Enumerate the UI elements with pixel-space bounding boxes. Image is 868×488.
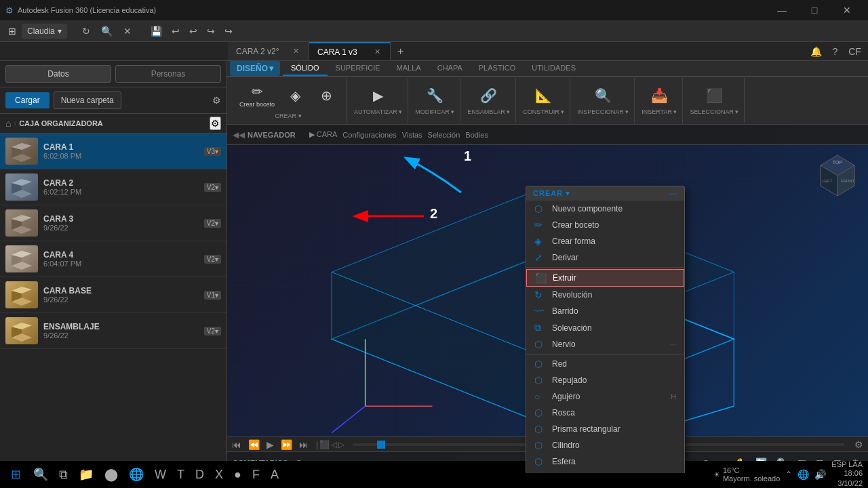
- file-version-cara-base[interactable]: V1▾: [204, 291, 221, 300]
- file-version-cara1[interactable]: V3▾: [204, 147, 221, 156]
- search-icon[interactable]: 🔍: [97, 23, 117, 39]
- cube-gizmo[interactable]: TOP LEFT FRONT: [814, 152, 861, 199]
- modificar-button[interactable]: 🔧: [420, 85, 450, 106]
- word-icon[interactable]: W: [151, 468, 170, 482]
- timeline-prev-btn[interactable]: ⏪: [246, 439, 262, 450]
- file-item-cara-base[interactable]: CARA BASE 9/26/22 V1▾: [0, 277, 226, 313]
- menu-item-prisma[interactable]: ⬡ Prisma rectangular: [526, 421, 684, 437]
- edge-icon[interactable]: 🌐: [125, 467, 148, 482]
- refresh-icon[interactable]: ↻: [78, 23, 94, 39]
- explorer-icon[interactable]: 📁: [75, 467, 98, 482]
- undo2-icon[interactable]: ↩: [185, 23, 201, 39]
- chrome2-icon[interactable]: ●: [230, 468, 245, 482]
- redo2-icon[interactable]: ↪: [220, 23, 237, 39]
- close-button[interactable]: ✕: [831, 0, 863, 20]
- excel-icon[interactable]: X: [211, 468, 227, 482]
- tab-cara1[interactable]: CARA 1 v3 ✕: [309, 42, 391, 60]
- menu-item-revolucion[interactable]: ↻ Revolución: [526, 287, 684, 303]
- menu-section-close-icon[interactable]: ···: [669, 190, 677, 198]
- minimize-button[interactable]: —: [766, 0, 797, 20]
- personas-button[interactable]: Personas: [115, 65, 221, 83]
- menu-item-solevacion[interactable]: ⧉ Solevación: [526, 319, 684, 336]
- file-version-cara3[interactable]: V2▾: [204, 219, 221, 228]
- save-icon[interactable]: 💾: [146, 23, 166, 39]
- user-avatar[interactable]: CF: [844, 43, 865, 60]
- network-icon[interactable]: 🌐: [797, 469, 809, 480]
- notifications-icon[interactable]: 🔔: [806, 43, 826, 60]
- settings-icon[interactable]: ⚙: [212, 95, 221, 106]
- breadcrumb-caja[interactable]: CAJA ORGANIZADORA: [19, 119, 103, 127]
- menu-item-extruir[interactable]: ⬛ Extruir: [526, 269, 684, 287]
- volume-icon[interactable]: 🔊: [814, 469, 826, 480]
- file-item-cara4[interactable]: CARA 4 6:04:07 PM V2▾: [0, 241, 226, 277]
- tab-cara2-close[interactable]: ✕: [292, 47, 300, 56]
- help-icon[interactable]: ?: [829, 43, 842, 60]
- file-version-cara4[interactable]: V2▾: [204, 255, 221, 264]
- datos-button[interactable]: Datos: [5, 65, 111, 83]
- menu-item-agujero[interactable]: ○ Agujero H: [526, 388, 684, 405]
- automatizar-button[interactable]: ▶: [363, 85, 393, 106]
- menu-item-repujado[interactable]: ⬡ Repujado: [526, 372, 684, 388]
- construir-button[interactable]: 📐: [529, 85, 559, 106]
- timeline-handle[interactable]: [377, 441, 385, 449]
- file-item-cara3[interactable]: CARA 3 9/26/22 V2▾: [0, 205, 226, 241]
- close-icon[interactable]: ✕: [119, 23, 136, 39]
- file-item-cara2[interactable]: CARA 2 6:02:12 PM V2▾: [0, 169, 226, 205]
- crear-dropdown-button[interactable]: ⊕: [311, 85, 341, 106]
- ribbon-tab-superficie[interactable]: SUPERFICIE: [328, 61, 389, 76]
- inspeccionar-button[interactable]: 🔍: [588, 85, 618, 106]
- nav-collapse-icon[interactable]: ◀◀: [233, 130, 245, 140]
- menu-item-esfera[interactable]: ⬡ Esfera: [526, 453, 684, 470]
- menu-item-nervio[interactable]: ⬡ Nervio ···: [526, 336, 684, 352]
- menu-item-cilindro[interactable]: ⬡ Cilindro: [526, 437, 684, 453]
- menu-item-nuevo-componente[interactable]: ⬡ Nuevo componente: [526, 201, 684, 217]
- ribbon-tab-solido[interactable]: SÓLIDO: [283, 61, 328, 76]
- fusion-icon[interactable]: F: [248, 468, 264, 482]
- breadcrumb-settings-icon[interactable]: ⚙: [210, 117, 221, 130]
- add-tab-button[interactable]: +: [391, 42, 410, 60]
- start-button[interactable]: ⊞: [5, 467, 26, 482]
- ribbon-tab-chapa[interactable]: CHAPA: [429, 61, 471, 76]
- discord-icon[interactable]: D: [191, 468, 208, 482]
- timeline-settings-icon[interactable]: ⚙: [852, 439, 865, 450]
- menu-item-crear-forma[interactable]: ◈ Crear forma: [526, 233, 684, 249]
- file-version-ensamblaje[interactable]: V2▾: [204, 327, 221, 336]
- maximize-button[interactable]: □: [799, 0, 830, 20]
- nueva-carpeta-button[interactable]: Nueva carpeta: [54, 92, 121, 109]
- sys-icons[interactable]: ⌃: [785, 470, 792, 479]
- search-taskbar-icon[interactable]: 🔍: [29, 467, 52, 482]
- menu-item-barrido[interactable]: 〰 Barrido: [526, 303, 684, 319]
- cargar-button[interactable]: Cargar: [5, 92, 50, 108]
- menu-item-toroide[interactable]: ⬡ Toroide: [526, 470, 684, 473]
- taskview-icon[interactable]: ⧉: [55, 468, 72, 482]
- menu-item-derivar[interactable]: ⤢ Derivar: [526, 249, 684, 266]
- timeline-start-btn[interactable]: ⏮: [230, 439, 243, 450]
- user-menu-button[interactable]: Claudia ▾: [22, 24, 67, 39]
- menu-item-red[interactable]: ⬡ Red: [526, 356, 684, 372]
- timeline-play-btn[interactable]: ▶: [264, 439, 276, 450]
- timeline-next-btn[interactable]: ⏩: [279, 439, 294, 450]
- ribbon-tab-malla[interactable]: MALLA: [389, 61, 429, 76]
- apps-icon[interactable]: ⊞: [8, 26, 16, 37]
- home-icon[interactable]: ⌂: [5, 118, 11, 129]
- file-version-cara2[interactable]: V2▾: [204, 183, 221, 192]
- timeline-end-btn[interactable]: ⏭: [297, 439, 311, 450]
- teams-icon[interactable]: T: [173, 468, 189, 482]
- app-icon-2[interactable]: A: [267, 468, 283, 482]
- seleccionar-button[interactable]: ⬛: [699, 85, 729, 106]
- crear-forma-button[interactable]: ◈: [280, 85, 310, 106]
- tab-cara2[interactable]: CARA 2 v2° ✕: [228, 42, 309, 60]
- chrome-icon[interactable]: ⬤: [100, 467, 122, 482]
- insertar-button[interactable]: 📥: [644, 85, 674, 106]
- undo-icon[interactable]: ↩: [167, 23, 184, 39]
- menu-item-rosca[interactable]: ⬡ Rosca: [526, 405, 684, 421]
- tab-cara1-close[interactable]: ✕: [373, 47, 382, 56]
- ribbon-tab-utilidades[interactable]: UTILIDADES: [524, 61, 584, 76]
- crear-boceto-button[interactable]: ✏ Crear boceto: [235, 81, 279, 110]
- file-item-ensamblaje[interactable]: ENSAMBLAJE 9/26/22 V2▾: [0, 313, 226, 349]
- redo-icon[interactable]: ↪: [203, 23, 219, 39]
- design-label[interactable]: DISEÑO ▾: [230, 61, 280, 76]
- ribbon-tab-plastico[interactable]: PLÁSTICO: [471, 61, 524, 76]
- file-item-cara1[interactable]: CARA 1 6:02:08 PM V3▾: [0, 134, 226, 169]
- ensamblar-button[interactable]: 🔗: [474, 85, 504, 106]
